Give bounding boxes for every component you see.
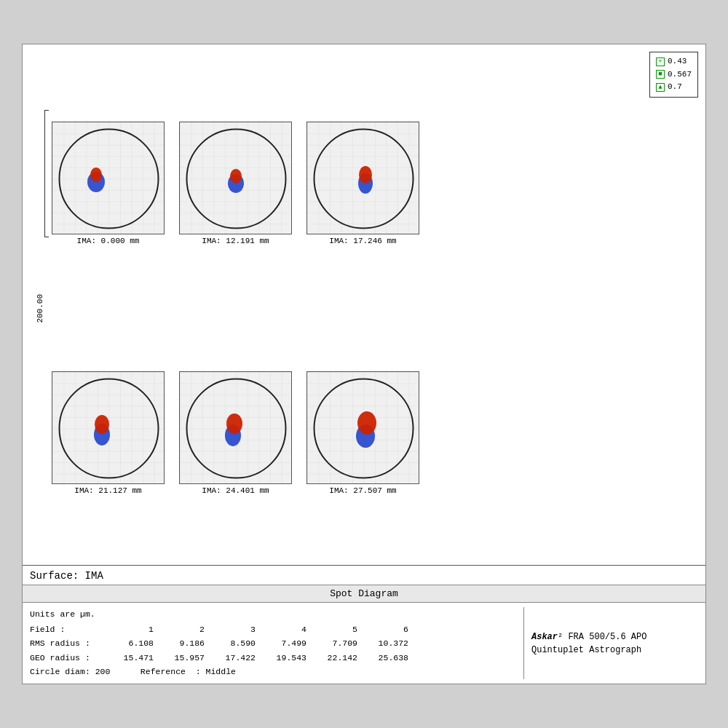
brand-title: Askar² FRA 500/5.6 APO Quintuplet Astrog… (531, 630, 698, 657)
geo-val-3: 17.422 (205, 651, 256, 665)
spot-label-4: IMA: 21.127 mm (74, 486, 141, 495)
rms-val-4: 7.499 (256, 636, 306, 651)
spot-wrapper-4 (52, 371, 165, 484)
legend-item-3: ▲ 0.7 (656, 81, 692, 94)
geo-val-6: 25.638 (357, 651, 408, 665)
rms-val-6: 10.372 (357, 636, 408, 651)
main-container: + 0.43 ■ 0.567 ▲ 0.7 200.00 (22, 44, 706, 684)
rms-label: RMS radius : (30, 636, 103, 651)
spot-grid-5 (179, 371, 292, 484)
geo-label: GEO radius : (30, 651, 103, 665)
field-val-2: 2 (154, 622, 205, 637)
spot-wrapper-5 (179, 371, 292, 484)
field-val-3: 3 (205, 622, 256, 637)
field-val-5: 5 (306, 622, 357, 637)
svg-point-11 (359, 166, 372, 183)
spot-label-1: IMA: 0.000 mm (77, 237, 140, 245)
legend-value-3: 0.7 (668, 81, 682, 94)
spot-wrapper-6 (306, 371, 419, 484)
spot-wrapper-1 (52, 122, 165, 234)
svg-point-19 (226, 414, 242, 434)
svg-point-23 (357, 411, 376, 435)
grid-svg-2 (180, 122, 292, 234)
surface-label: Surface: IMA (23, 565, 705, 585)
spot-grid-1 (52, 122, 165, 234)
grid-svg-3 (307, 122, 419, 234)
rms-val-2: 9.186 (154, 636, 205, 651)
spot-grid-2 (179, 122, 292, 234)
legend-value-1: 0.43 (668, 55, 687, 68)
field-val-6: 6 (357, 622, 408, 637)
field-label: Field : (30, 622, 103, 637)
circle-label: Circle diam: 200 Reference : Middle (30, 665, 236, 679)
grid-svg-4 (52, 372, 165, 484)
geo-val-4: 19.543 (256, 651, 306, 665)
rms-val-5: 7.709 (306, 636, 357, 651)
svg-point-7 (230, 169, 242, 183)
spot-cell-1: IMA: 0.000 mm (52, 122, 165, 245)
svg-rect-0 (52, 122, 165, 234)
spot-label-5: IMA: 24.401 mm (202, 486, 269, 495)
legend-box-2: ■ (656, 70, 665, 79)
spot-label-6: IMA: 27.507 mm (329, 486, 396, 495)
field-val-1: 1 (103, 622, 154, 637)
spot-cell-2: IMA: 12.191 mm (179, 122, 292, 245)
circle-row: Circle diam: 200 Reference : Middle (30, 665, 523, 679)
field-row: Field : 1 2 3 4 5 6 (30, 622, 523, 637)
grid-svg-1 (52, 122, 165, 234)
spots-grid: IMA: 0.000 mm (30, 52, 698, 558)
grid-svg-6 (307, 372, 419, 484)
rms-row: RMS radius : 6.108 9.186 8.590 7.499 7.7… (30, 636, 523, 651)
spot-wrapper-3 (306, 122, 419, 234)
spot-cell-5: IMA: 24.401 mm (179, 371, 292, 495)
spot-grid-3 (306, 122, 419, 234)
data-table-area: Units are µm. Field : 1 2 3 4 5 6 RMS ra… (23, 603, 705, 684)
legend-box-1: + (656, 58, 665, 66)
legend-item-2: ■ 0.567 (656, 68, 692, 82)
geo-val-2: 15.957 (154, 651, 205, 665)
spot-label-3: IMA: 17.246 mm (329, 237, 396, 245)
y-axis-bracket (44, 110, 49, 237)
spot-label-2: IMA: 12.191 mm (202, 237, 269, 245)
spot-grid-6 (306, 371, 419, 484)
spot-cell-6: IMA: 27.507 mm (306, 371, 419, 495)
spot-grid-4 (52, 371, 165, 484)
legend-box-3: ▲ (656, 83, 665, 92)
legend-value-2: 0.567 (668, 68, 692, 82)
spot-cell-4: IMA: 21.127 mm (52, 371, 165, 495)
spot-wrapper-2 (179, 122, 292, 234)
field-val-4: 4 (256, 622, 306, 637)
data-right: Askar² FRA 500/5.6 APO Quintuplet Astrog… (523, 607, 698, 679)
spot-cell-3: IMA: 17.246 mm (306, 122, 419, 245)
units-row: Units are µm. (30, 607, 523, 622)
diagram-area: + 0.43 ■ 0.567 ▲ 0.7 200.00 (23, 44, 705, 565)
y-axis-label: 200.00 (36, 294, 44, 323)
data-left: Units are µm. Field : 1 2 3 4 5 6 RMS ra… (30, 607, 523, 679)
rms-val-3: 8.590 (205, 636, 256, 651)
spots-row-1: IMA: 0.000 mm (52, 59, 698, 309)
grid-svg-5 (180, 372, 292, 484)
legend: + 0.43 ■ 0.567 ▲ 0.7 (649, 52, 698, 98)
svg-point-3 (90, 167, 102, 182)
spots-row-2: IMA: 21.127 mm (52, 309, 698, 558)
svg-point-15 (95, 415, 109, 434)
rms-val-1: 6.108 (103, 636, 154, 651)
geo-val-1: 15.471 (103, 651, 154, 665)
title-bar: Spot Diagram (23, 585, 705, 603)
geo-row: GEO radius : 15.471 15.957 17.422 19.543… (30, 651, 523, 665)
geo-val-5: 22.142 (306, 651, 357, 665)
legend-item-1: + 0.43 (656, 55, 692, 68)
brand-name: Askar (531, 632, 558, 642)
